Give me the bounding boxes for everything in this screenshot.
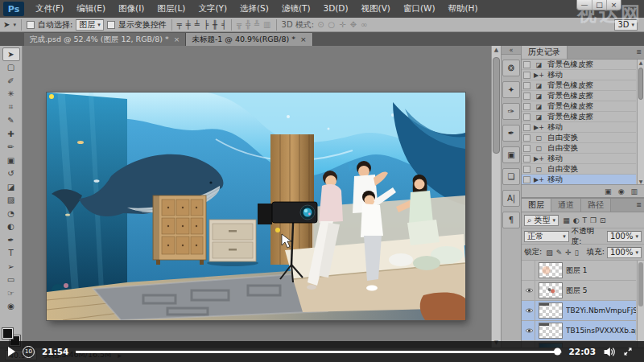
align-vertical-centers-icon[interactable]: ╪ (186, 20, 191, 29)
progress-bar[interactable] (76, 351, 561, 353)
history-source-checkbox[interactable] (523, 113, 530, 121)
eyedropper-tool[interactable]: ✎ (2, 114, 20, 128)
visibility-eye-icon[interactable] (523, 281, 535, 300)
brush-tool[interactable]: ✏ (2, 141, 20, 154)
distribute-bottom-edges-icon[interactable]: ╩ (254, 20, 259, 29)
history-source-checkbox[interactable] (523, 61, 530, 68)
foreground-color-swatch[interactable] (2, 328, 13, 339)
history-source-checkbox[interactable] (523, 82, 530, 89)
replay-10-button[interactable]: 10 (23, 346, 35, 358)
menu-item-9[interactable]: 窗口(W) (397, 1, 442, 17)
history-source-checkbox[interactable] (523, 93, 530, 100)
history-state[interactable]: ▢自由变换 (522, 133, 636, 143)
character-panel-icon[interactable]: A| (502, 190, 520, 207)
history-state[interactable]: ◪背景色橡皮擦 (522, 80, 636, 91)
play-button[interactable] (8, 347, 15, 356)
history-source-checkbox[interactable] (523, 145, 530, 152)
filter-smart-objects-icon[interactable]: ⊡ (600, 216, 606, 224)
lock-all-icon[interactable]: ▯ (575, 249, 579, 257)
type-tool[interactable]: T (2, 247, 20, 261)
distribute-top-edges-icon[interactable]: ╦ (237, 20, 242, 29)
document-tab-1[interactable]: 未标题-1 @ 40.9%(RGB/8) *× (186, 33, 312, 46)
dodge-tool[interactable]: ◐ (2, 220, 20, 234)
tool-preset-caret[interactable]: ▾ (13, 22, 16, 28)
distribute-vertical-centers-icon[interactable]: ╬ (246, 20, 250, 29)
menu-item-6[interactable]: 滤镜(T) (275, 1, 317, 17)
lasso-tool[interactable]: ✐ (2, 74, 20, 88)
opacity-dropdown[interactable]: 100% ▾ (607, 231, 642, 242)
menu-item-5[interactable]: 选择(S) (233, 1, 275, 17)
menu-item-7[interactable]: 3D(D) (316, 1, 354, 17)
history-state[interactable]: ▶+移动 (522, 175, 636, 184)
3d-roll-icon[interactable]: ○ (328, 20, 336, 29)
clone-stamp-tool[interactable]: ▣ (2, 154, 20, 167)
fill-dropdown[interactable]: 100% ▾ (607, 247, 642, 258)
eraser-tool[interactable]: ◪ (2, 180, 20, 194)
align-right-edges-icon[interactable]: ╡ (221, 20, 226, 29)
close-button[interactable]: × (606, 0, 621, 10)
clone-source-panel-icon[interactable]: ▣ (502, 146, 520, 163)
new-document-from-state-icon[interactable]: ▣ (605, 187, 612, 195)
history-state[interactable]: ▢自由变换 (522, 143, 636, 154)
3d-rotate-icon[interactable]: ⊙ (317, 20, 324, 29)
blend-mode-dropdown[interactable]: 正常 ▾ (524, 231, 569, 242)
scrollbar-thumb[interactable] (493, 57, 500, 154)
tab-paths[interactable]: 路径 (581, 199, 611, 212)
history-state[interactable]: ▶+移动 (522, 70, 636, 80)
crop-tool[interactable]: ⌗ (2, 101, 20, 114)
layer-row[interactable]: TB15insPVXXXXb.ap... (522, 321, 636, 341)
shape-tool[interactable]: ▭ (2, 274, 20, 287)
lock-transparent-pixels-icon[interactable]: ▨ (546, 249, 553, 257)
visibility-eye-icon[interactable] (523, 321, 535, 340)
auto-select-dropdown[interactable]: 图层 ▾ (76, 19, 104, 31)
document-canvas[interactable] (47, 93, 465, 320)
scrollbar-thumb[interactable] (638, 68, 643, 100)
history-state[interactable]: ◪背景色橡皮擦 (522, 112, 636, 122)
close-icon[interactable]: × (174, 35, 180, 43)
history-brush-tool[interactable]: ↺ (2, 167, 20, 181)
history-state[interactable]: ◪背景色橡皮擦 (522, 91, 636, 101)
layers-scrollbar[interactable] (637, 261, 644, 348)
menu-item-2[interactable]: 图像(I) (112, 1, 151, 17)
hand-tool[interactable]: ☞ (2, 286, 20, 300)
history-source-checkbox[interactable] (523, 103, 530, 110)
scroll-up-icon[interactable]: ▲ (492, 46, 501, 55)
layer-filter-dropdown[interactable]: ⌕ 类型 ▾ (524, 215, 559, 226)
menu-item-4[interactable]: 文字(Y) (192, 1, 233, 17)
quick-selection-tool[interactable]: ✳ (2, 88, 20, 101)
filter-shape-layers-icon[interactable]: ❐ (590, 216, 597, 224)
history-source-checkbox[interactable] (523, 124, 530, 131)
document-tab-0[interactable]: 完成.psd @ 52.4% (图层 12, RGB/8) *× (24, 33, 186, 46)
history-source-checkbox[interactable] (523, 176, 530, 183)
history-state[interactable]: ◪背景色橡皮擦 (522, 60, 636, 70)
tab-channels[interactable]: 通道 (551, 199, 581, 212)
panel-menu-icon[interactable]: ≣ (636, 201, 642, 208)
visibility-toggle-empty[interactable] (523, 261, 535, 280)
scrollbar-thumb[interactable] (638, 262, 643, 306)
filter-adjustment-layers-icon[interactable]: ◐ (573, 216, 580, 224)
pen-tool[interactable]: ✒ (2, 233, 20, 247)
menu-item-1[interactable]: 编辑(E) (70, 1, 112, 17)
new-snapshot-icon[interactable]: ◉ (618, 187, 625, 195)
3d-slide-icon[interactable]: ✥ (350, 20, 357, 29)
layer-row[interactable]: TB2Yi.NbmVmpuFjS... (522, 301, 636, 321)
show-transform-checkbox[interactable] (107, 21, 115, 29)
delete-state-icon[interactable]: ▥ (630, 187, 638, 195)
history-state[interactable]: ▶+移动 (522, 154, 636, 164)
zoom-tool[interactable]: ◉ (2, 300, 20, 314)
healing-brush-tool[interactable]: ✚ (2, 127, 20, 141)
layer-comps-panel-icon[interactable]: ❏ (502, 168, 520, 185)
menu-item-0[interactable]: 文件(F) (29, 1, 70, 17)
path-selection-tool[interactable]: ➢ (2, 260, 20, 274)
scroll-up-icon[interactable]: ▲ (638, 60, 644, 65)
adjustments-panel-icon[interactable]: ❂ (502, 60, 520, 76)
brush-panel-icon[interactable]: ✑ (502, 103, 520, 120)
move-tool[interactable]: ➤ (2, 47, 20, 61)
fullscreen-icon[interactable] (623, 346, 636, 357)
blur-tool[interactable]: ◔ (2, 207, 20, 220)
auto-align-layers-icon[interactable]: ▥ (263, 20, 270, 29)
lock-image-pixels-icon[interactable]: ✎ (556, 249, 563, 257)
filter-type-layers-icon[interactable]: T (583, 216, 588, 224)
scroll-down-icon[interactable]: ▼ (638, 179, 644, 184)
paragraph-panel-icon[interactable]: ¶ (502, 212, 520, 228)
